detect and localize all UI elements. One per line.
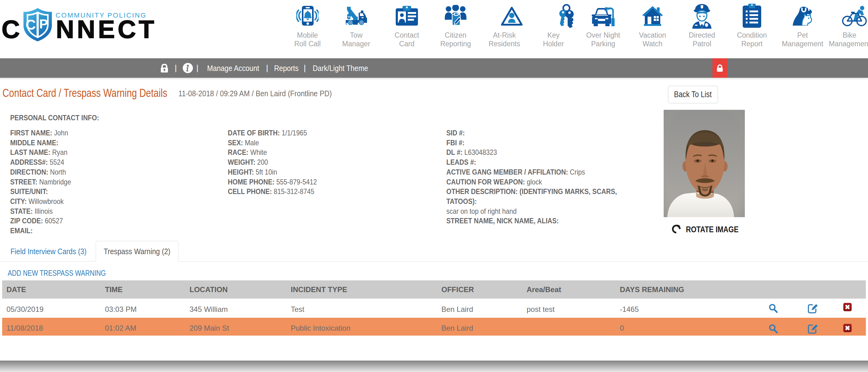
svg-text:P: P [39, 16, 48, 31]
svg-text:C: C [26, 16, 36, 33]
